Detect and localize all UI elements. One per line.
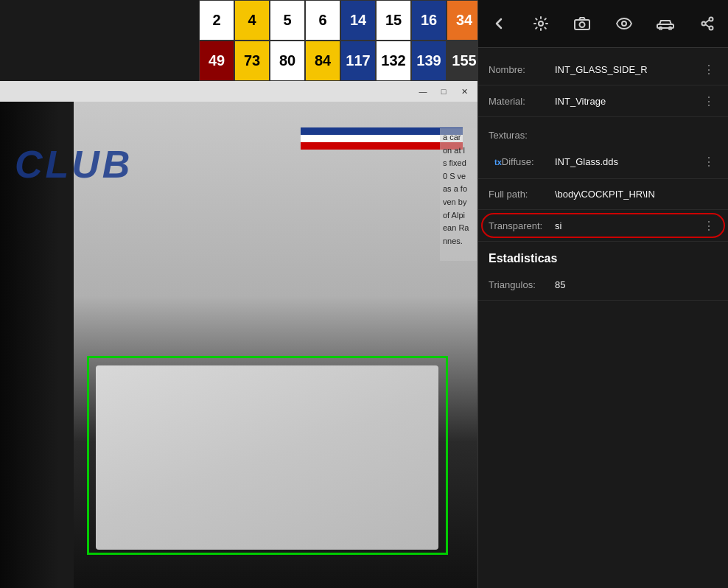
toolbar	[478, 0, 728, 48]
number-row-1: 2 4 5 6 14 15 16 34	[199, 0, 477, 41]
nombre-menu-button[interactable]: ⋮	[700, 60, 718, 78]
material-value: INT_Vitrage	[555, 96, 700, 107]
camera-button[interactable]	[567, 8, 598, 39]
number-row-2: 49 73 80 84 117 132 139 155	[199, 41, 477, 81]
prop-triangulos: Triangulos: 85	[478, 270, 728, 301]
num-cell: 139	[411, 41, 447, 81]
svg-point-0	[539, 21, 543, 26]
settings-button[interactable]	[525, 8, 556, 39]
svg-line-10	[705, 20, 709, 23]
stripe-white	[301, 135, 463, 142]
material-menu-button[interactable]: ⋮	[700, 92, 718, 110]
car-button[interactable]	[650, 8, 681, 39]
num-cell: 15	[376, 0, 411, 41]
prop-transparent: Transparent: si ⋮	[478, 210, 728, 242]
nombre-label: Nombre:	[489, 64, 555, 75]
properties-panel: Nombre: INT_GLASS_SIDE_R ⋮ Material: INT…	[477, 0, 728, 588]
num-cell: 132	[376, 41, 411, 81]
num-cell: 16	[411, 0, 447, 41]
maximize-button[interactable]: □	[436, 84, 451, 99]
back-button[interactable]	[483, 8, 514, 39]
fullpath-label: Full path:	[489, 189, 555, 200]
txdiffuse-label: txDiffuse:	[489, 156, 555, 167]
car-club-text: CLUB	[15, 142, 133, 186]
num-cell: 5	[270, 0, 305, 41]
num-cell: 80	[270, 41, 305, 81]
transparent-label: Transparent:	[489, 220, 555, 231]
prop-txdiffuse: txDiffuse: INT_Glass.dds ⋮	[478, 148, 728, 179]
close-button[interactable]: ✕	[457, 84, 472, 99]
transparent-value: si	[555, 220, 700, 231]
properties-list: Nombre: INT_GLASS_SIDE_R ⋮ Material: INT…	[478, 48, 728, 307]
material-label: Material:	[489, 96, 555, 107]
num-cell: 4	[234, 0, 270, 41]
txdiffuse-menu-button[interactable]: ⋮	[700, 153, 718, 170]
svg-point-9	[701, 22, 705, 26]
stripe-blue	[301, 127, 463, 135]
transparent-menu-button[interactable]: ⋮	[700, 217, 718, 234]
svg-point-2	[580, 22, 585, 27]
num-cell: 155	[447, 41, 477, 81]
nombre-value: INT_GLASS_SIDE_R	[555, 64, 700, 75]
num-cell: 49	[199, 41, 234, 81]
prop-nombre: Nombre: INT_GLASS_SIDE_R ⋮	[478, 54, 728, 85]
num-cell: 117	[340, 41, 376, 81]
estadisticas-header: Estadisticas	[478, 242, 728, 270]
svg-rect-1	[575, 20, 589, 29]
car-scene: CLUB	[0, 102, 477, 588]
num-cell: 2	[199, 0, 234, 41]
num-cell: 73	[234, 41, 270, 81]
number-strips: 2 4 5 6 14 15 16 34 49 73 80 84 117 132 …	[199, 0, 477, 81]
triangulos-label: Triangulos:	[489, 279, 555, 290]
prop-fullpath: Full path: \body\COCKPIT_HR\IN	[478, 179, 728, 210]
window-bar: — □ ✕	[0, 81, 477, 102]
car-view-panel: 2 4 5 6 14 15 16 34 49 73 80 84 117 132 …	[0, 0, 477, 588]
text-overlay: a caron at ls fixed0 S veas a foven byof…	[440, 128, 477, 261]
svg-line-11	[705, 24, 709, 27]
texturas-label: Texturas:	[489, 130, 555, 141]
num-cell: 14	[340, 0, 376, 41]
svg-point-8	[709, 27, 713, 30]
num-cell: 6	[305, 0, 340, 41]
selection-rectangle	[87, 356, 448, 555]
prop-material: Material: INT_Vitrage ⋮	[478, 85, 728, 117]
txdiffuse-value: INT_Glass.dds	[555, 156, 700, 167]
num-cell: 84	[305, 41, 340, 81]
num-cell: 34	[447, 0, 477, 41]
stripe-red	[301, 142, 463, 150]
fullpath-value: \body\COCKPIT_HR\IN	[555, 189, 718, 200]
minimize-button[interactable]: —	[416, 84, 430, 99]
svg-point-7	[709, 18, 713, 21]
racing-stripes	[301, 116, 463, 161]
share-button[interactable]	[692, 8, 723, 39]
triangulos-value: 85	[555, 279, 718, 290]
eye-button[interactable]	[609, 8, 640, 39]
svg-point-3	[622, 21, 626, 26]
prop-texturas: Texturas:	[478, 117, 728, 148]
